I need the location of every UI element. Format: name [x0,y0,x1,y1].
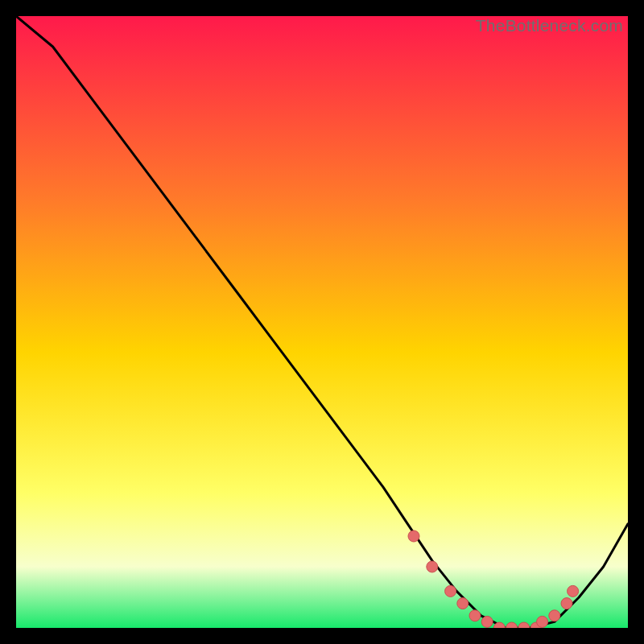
watermark-text: TheBottleneck.com [476,16,623,35]
marker-dot [537,616,548,627]
gradient-background [16,16,628,628]
marker-dot [561,598,572,609]
marker-dot [549,610,560,621]
marker-dot [408,530,419,542]
marker-dot [568,585,579,597]
marker-dot [469,610,481,621]
marker-dot [457,598,469,609]
plot-outer: TheBottleneck.com [16,16,628,628]
marker-dot [427,561,438,572]
marker-dot [481,616,493,627]
marker-dot [445,585,456,597]
chart-svg [16,16,628,628]
chart-stage: TheBottleneck.com [0,0,644,644]
